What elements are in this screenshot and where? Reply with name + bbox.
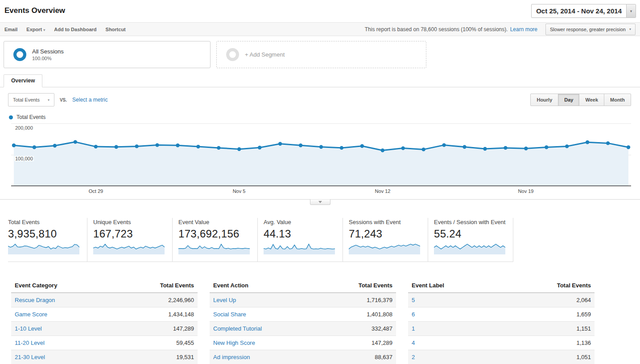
granularity-month-button[interactable]: Month	[604, 94, 631, 106]
scorecard-value: 44.13	[264, 228, 343, 240]
scorecard-sparkline	[264, 243, 335, 254]
event-action-table: Event ActionTotal EventsLevel Up1,716,37…	[210, 280, 396, 364]
summary-tables: Event CategoryTotal EventsRescue Dragon2…	[11, 280, 640, 364]
metric-cell: 2,246,960	[113, 293, 198, 307]
table-row: 21-30 Level19,531	[11, 350, 198, 364]
event-label-table: Event LabelTotal Events52,06461,65911,15…	[408, 280, 595, 364]
dimension-cell: New High Score	[210, 336, 317, 350]
dimension-link[interactable]: 2	[412, 354, 415, 360]
y-axis-tick-200000: 200,000	[14, 125, 34, 131]
dimension-link[interactable]: Game Score	[15, 311, 47, 318]
table-header-metric: Total Events	[113, 280, 198, 293]
dimension-link[interactable]: 5	[412, 297, 415, 303]
metric-cell: 2,064	[500, 293, 595, 307]
select-a-metric-link[interactable]: Select a metric	[72, 97, 107, 103]
scorecard-sparkline	[434, 243, 505, 254]
granularity-hourly-button[interactable]: Hourly	[530, 94, 558, 106]
export-button[interactable]: Export▾	[26, 27, 45, 32]
metric-cell: 1,716,379	[317, 293, 396, 307]
timeseries-svg[interactable]	[11, 124, 631, 186]
dimension-cell: Game Score	[11, 307, 113, 322]
dimension-link[interactable]: 11-20 Level	[15, 339, 45, 346]
segment-percent: 100.00%	[32, 56, 64, 61]
scorecard-label: Unique Events	[93, 219, 172, 225]
dimension-link[interactable]: Rescue Dragon	[15, 297, 55, 303]
table-header-metric: Total Events	[500, 280, 595, 293]
shortcut-button[interactable]: Shortcut	[106, 27, 126, 32]
scorecard-sessions-with-event: Sessions with Event71,243	[343, 218, 428, 262]
scorecard-total-events: Total Events3,935,810	[8, 218, 87, 262]
x-axis-ticks: Oct 29Nov 5Nov 12Nov 19	[11, 186, 631, 196]
metric-cell: 332,487	[317, 322, 396, 336]
chart-collapse-button[interactable]	[310, 199, 330, 205]
add-segment-button[interactable]: + Add Segment	[216, 41, 426, 68]
granularity-week-button[interactable]: Week	[579, 94, 604, 106]
table-row: Ad impression88,637	[210, 350, 396, 364]
table-row: 41,136	[408, 336, 595, 350]
dimension-link[interactable]: 6	[412, 311, 415, 318]
scorecard-events-session-with-event: Events / Session with Event55.24	[428, 218, 513, 262]
x-axis-tick: Nov 12	[375, 188, 391, 194]
table-header-dimension: Event Label	[408, 280, 500, 293]
metric-controls: Total Events ▾ vs. Select a metric Hourl…	[0, 87, 640, 106]
date-range-selector[interactable]: Oct 25, 2014 - Nov 24, 2014 ▾	[531, 4, 636, 18]
scorecard-sparkline	[8, 243, 79, 254]
dimension-link[interactable]: Ad impression	[213, 354, 250, 360]
tab-bar: Overview	[0, 74, 640, 87]
scorecard-value: 173,692,156	[178, 228, 257, 240]
timeseries-chart[interactable]: 200,000 100,000	[11, 123, 631, 186]
chart-footer-divider	[0, 199, 640, 206]
table-row: New High Score147,289	[210, 336, 396, 350]
dimension-link[interactable]: 1	[412, 325, 415, 332]
dimension-cell: 2	[408, 350, 500, 364]
chart-legend: Total Events	[0, 106, 640, 123]
scorecards: Total Events3,935,810Unique Events167,72…	[8, 218, 640, 262]
table-row: Level Up1,716,379	[210, 293, 396, 307]
precision-label: Slower response, greater precision	[550, 27, 626, 32]
dimension-cell: 1-10 Level	[11, 322, 113, 336]
legend-dot-icon	[9, 115, 13, 119]
chevron-down-icon: ▾	[629, 27, 631, 31]
dimension-link[interactable]: Social Share	[213, 311, 246, 318]
scorecard-event-value: Event Value173,692,156	[173, 218, 258, 262]
dimension-link[interactable]: 1-10 Level	[15, 325, 42, 332]
segments-bar: All Sessions 100.00% + Add Segment	[0, 36, 640, 73]
dimension-cell: 11-20 Level	[11, 336, 113, 350]
toolbar-right: This report is based on 78,600 sessions …	[365, 24, 636, 35]
precision-dropdown[interactable]: Slower response, greater precision ▾	[545, 24, 636, 35]
table-row: 61,659	[408, 307, 595, 322]
table-header-dimension: Event Category	[11, 280, 113, 293]
add-to-dashboard-button[interactable]: Add to Dashboard	[54, 27, 96, 32]
granularity-button-group: Hourly Day Week Month	[530, 94, 631, 106]
dimension-link[interactable]: 4	[412, 339, 415, 346]
add-segment-label: + Add Segment	[245, 51, 285, 58]
metric-select-dropdown[interactable]: Total Events ▾	[8, 93, 54, 106]
metric-select-label: Total Events	[13, 97, 40, 102]
table-row: 52,064	[408, 293, 595, 307]
report-basis-text: This report is based on 78,600 sessions …	[365, 26, 508, 33]
date-range-caret-icon[interactable]: ▾	[626, 4, 636, 17]
dimension-link[interactable]: Level Up	[213, 297, 236, 303]
table-row: 21,051	[408, 350, 595, 364]
granularity-day-button[interactable]: Day	[558, 94, 579, 106]
segment-donut-icon	[13, 48, 26, 61]
dimension-link[interactable]: Completed Tutorial	[213, 325, 262, 332]
email-button[interactable]: Email	[4, 27, 17, 32]
dimension-link[interactable]: New High Score	[213, 339, 255, 346]
learn-more-link[interactable]: Learn more	[510, 26, 537, 33]
metric-cell: 1,434,148	[113, 307, 198, 322]
dimension-link[interactable]: 21-30 Level	[15, 354, 45, 360]
dimension-cell: 21-30 Level	[11, 350, 113, 364]
table-row: Completed Tutorial332,487	[210, 322, 396, 336]
table-row: Social Share1,401,808	[210, 307, 396, 322]
vs-label: vs.	[60, 98, 67, 102]
scorecard-value: 3,935,810	[8, 228, 87, 240]
scorecard-label: Events / Session with Event	[434, 219, 513, 225]
dimension-cell: 1	[408, 322, 500, 336]
table-row: 1-10 Level147,289	[11, 322, 198, 336]
metric-cell: 147,289	[317, 336, 396, 350]
segment-all-sessions[interactable]: All Sessions 100.00%	[4, 41, 211, 68]
page-title: Events Overview	[4, 6, 65, 15]
tab-overview[interactable]: Overview	[4, 74, 42, 87]
event-category-table: Event CategoryTotal EventsRescue Dragon2…	[11, 280, 198, 364]
